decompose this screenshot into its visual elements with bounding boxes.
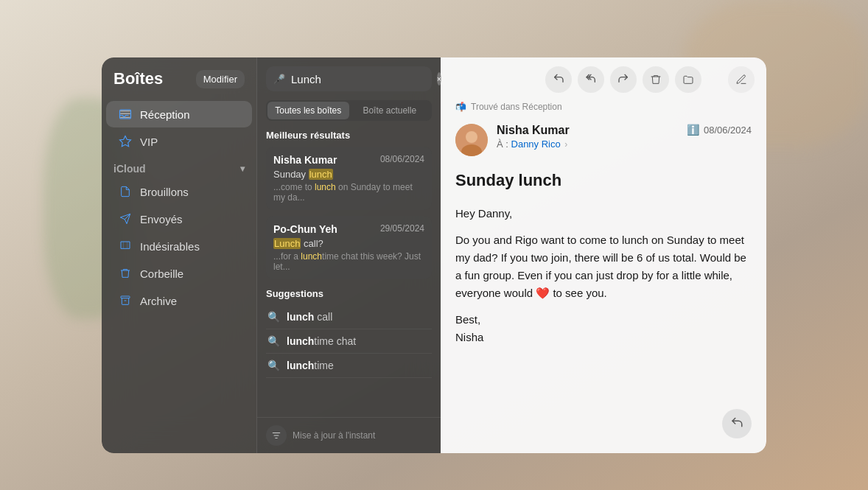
suggestion-highlight-2: lunch bbox=[287, 335, 314, 347]
sidebar-header: Boîtes Modifier bbox=[102, 69, 256, 100]
found-badge: 📬 Trouvé dans Réception bbox=[455, 102, 752, 112]
suggestion-item-3[interactable]: 🔍 lunchtime bbox=[266, 354, 432, 378]
email-content: 📬 Trouvé dans Réception Nisha Kumar bbox=[441, 102, 766, 409]
reception-label: Réception bbox=[140, 108, 190, 121]
suggestion-item-1[interactable]: 🔍 lunch call bbox=[266, 305, 432, 329]
vip-label: VIP bbox=[140, 136, 158, 148]
search-input[interactable] bbox=[291, 73, 431, 85]
sidebar-item-vip[interactable]: VIP bbox=[106, 128, 252, 155]
svg-point-3 bbox=[466, 131, 477, 143]
search-suggestion-icon-1: 🔍 bbox=[266, 311, 281, 323]
email-header: Nisha Kumar À : Danny Rico › ℹ️ 08/06/20… bbox=[455, 124, 752, 156]
result-1-name: Nisha Kumar bbox=[273, 154, 337, 166]
filter-icon bbox=[266, 425, 287, 446]
reply-all-button[interactable] bbox=[578, 66, 604, 93]
spam-icon bbox=[118, 239, 133, 253]
search-bar[interactable]: 🎤 × bbox=[266, 66, 432, 91]
sidebar-item-envoyes[interactable]: Envoyés bbox=[106, 206, 252, 232]
email-panel: 📬 Trouvé dans Réception Nisha Kumar bbox=[441, 57, 766, 453]
result-1-preview: ...come to lunch on Sunday to meet my da… bbox=[273, 182, 424, 203]
result-2-preview: ...for a lunchtime chat this week? Just … bbox=[273, 251, 424, 272]
svg-rect-1 bbox=[121, 296, 130, 298]
search-suggestion-icon-3: 🔍 bbox=[266, 360, 281, 371]
filter-tabs: Toutes les boîtes Boîte actuelle bbox=[266, 100, 432, 121]
envoyes-label: Envoyés bbox=[140, 213, 183, 225]
icloud-label: iCloud bbox=[113, 163, 146, 175]
star-icon bbox=[118, 134, 133, 149]
email-date-area: ℹ️ 08/06/2024 bbox=[687, 124, 752, 136]
suggestions-title: Suggestions bbox=[266, 288, 432, 299]
clear-icon: × bbox=[437, 75, 441, 83]
brouillons-label: Brouillons bbox=[140, 186, 189, 198]
sidebar: Boîtes Modifier Réception VIP bbox=[102, 57, 256, 453]
result-2-date: 29/05/2024 bbox=[380, 223, 424, 235]
suggestion-highlight-3: lunch bbox=[287, 360, 314, 371]
result-2-preview-highlight: lunch bbox=[301, 251, 322, 262]
search-clear-button[interactable]: × bbox=[437, 72, 441, 85]
found-in-text: Trouvé dans Réception bbox=[471, 102, 562, 112]
suggestion-text-3: lunchtime bbox=[287, 360, 334, 371]
email-date: 08/06/2024 bbox=[704, 125, 752, 136]
chevron-icon: ▾ bbox=[240, 164, 245, 174]
sidebar-item-brouillons[interactable]: Brouillons bbox=[106, 178, 252, 205]
sidebar-item-corbeille[interactable]: Corbeille bbox=[106, 260, 252, 287]
search-panel: 🎤 × Toutes les boîtes Boîte actuelle Mei… bbox=[256, 57, 441, 453]
mailbox-icon: 📬 bbox=[455, 102, 466, 112]
search-suggestion-icon-2: 🔍 bbox=[266, 335, 281, 347]
result-1-date: 08/06/2024 bbox=[380, 154, 424, 166]
update-text: Mise à jour à l'instant bbox=[293, 430, 375, 441]
best-results-title: Meilleurs résultats bbox=[266, 130, 432, 141]
archive-icon bbox=[118, 293, 133, 308]
email-to: À : Danny Rico › bbox=[497, 139, 570, 150]
result-1-highlight: lunch bbox=[309, 169, 333, 180]
sidebar-title: Boîtes bbox=[113, 69, 163, 88]
corbeille-label: Corbeille bbox=[140, 267, 183, 280]
result-2-header: Po-Chun Yeh 29/05/2024 bbox=[273, 223, 424, 235]
email-subject: Sunday lunch bbox=[455, 171, 752, 190]
filter-tab-current[interactable]: Boîte actuelle bbox=[349, 102, 431, 119]
reply-button[interactable] bbox=[545, 66, 572, 93]
sidebar-item-archive[interactable]: Archive bbox=[106, 287, 252, 314]
compose-button[interactable] bbox=[728, 66, 755, 93]
email-meta: Nisha Kumar À : Danny Rico › ℹ️ 08/06/20… bbox=[497, 124, 752, 150]
result-2-subject: Lunch call? bbox=[273, 238, 424, 249]
result-item-2[interactable]: Po-Chun Yeh 29/05/2024 Lunch call? ...fo… bbox=[266, 216, 432, 279]
inbox-icon bbox=[118, 107, 133, 122]
email-from: Nisha Kumar bbox=[497, 124, 570, 137]
result-2-name: Po-Chun Yeh bbox=[273, 223, 337, 235]
suggestion-text-1: lunch call bbox=[287, 311, 332, 323]
send-icon bbox=[118, 211, 133, 226]
app-container: Boîtes Modifier Réception VIP bbox=[102, 57, 766, 453]
microphone-icon: 🎤 bbox=[273, 74, 285, 85]
email-sign: Best,Nisha bbox=[455, 311, 752, 346]
folder-button[interactable] bbox=[675, 66, 701, 93]
email-body: Hey Danny, Do you and Rigo want to come … bbox=[455, 205, 752, 346]
archive-label: Archive bbox=[140, 295, 177, 307]
reply-floating-button[interactable] bbox=[722, 409, 752, 438]
sidebar-item-reception[interactable]: Réception bbox=[106, 101, 252, 127]
result-1-header: Nisha Kumar 08/06/2024 bbox=[273, 154, 424, 166]
trash-icon bbox=[118, 266, 133, 281]
email-to-link[interactable]: Danny Rico bbox=[511, 139, 561, 150]
suggestion-text-2: lunchtime chat bbox=[287, 335, 356, 347]
update-bar: Mise à jour à l'instant bbox=[257, 417, 441, 453]
suggestion-item-2[interactable]: 🔍 lunchtime chat bbox=[266, 329, 432, 354]
suggestion-highlight-1: lunch bbox=[287, 311, 314, 323]
result-1-preview-highlight: lunch bbox=[315, 182, 336, 192]
indesirables-label: Indésirables bbox=[140, 240, 200, 253]
email-toolbar bbox=[441, 57, 766, 102]
email-greeting: Hey Danny, bbox=[455, 205, 752, 223]
filter-tab-all[interactable]: Toutes les boîtes bbox=[267, 102, 349, 119]
result-1-subject: Sunday lunch bbox=[273, 169, 424, 180]
info-icon: ℹ️ bbox=[687, 124, 699, 136]
sidebar-item-indesirables[interactable]: Indésirables bbox=[106, 233, 252, 259]
doc-icon bbox=[118, 184, 133, 199]
email-paragraph: Do you and Rigo want to come to lunch on… bbox=[455, 231, 752, 302]
result-item-1[interactable]: Nisha Kumar 08/06/2024 Sunday lunch ...c… bbox=[266, 147, 432, 210]
modifier-button[interactable]: Modifier bbox=[196, 70, 245, 88]
results-section: Meilleurs résultats Nisha Kumar 08/06/20… bbox=[257, 130, 441, 417]
email-footer bbox=[441, 409, 766, 453]
delete-button[interactable] bbox=[643, 66, 669, 93]
forward-button[interactable] bbox=[610, 66, 637, 93]
icloud-section-header: iCloud ▾ bbox=[102, 155, 256, 178]
